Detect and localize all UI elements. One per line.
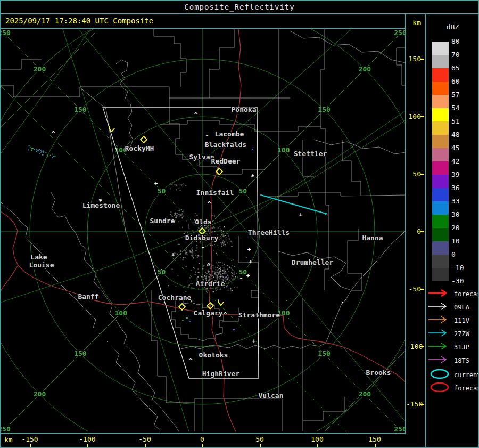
right-axis-tick <box>420 231 424 232</box>
legend-label: 111V <box>454 317 469 324</box>
bottom-axis-label: -50 <box>129 435 161 443</box>
legend-row: current <box>426 368 479 381</box>
colorbar-block <box>432 121 449 135</box>
legend-label: 09EA <box>454 304 469 311</box>
colorbar-value-label: 36 <box>451 184 475 192</box>
ring-distance-label: 200 <box>34 390 46 398</box>
colorbar-value-label: 20 <box>451 224 475 232</box>
radar-map[interactable]: 5050505010010010010015015015015020020020… <box>1 29 405 431</box>
track-ellipse-icon <box>426 368 451 380</box>
colorbar-value-label: 80 <box>451 37 475 45</box>
bottom-axis: km -150-100-50050100150 <box>1 434 406 448</box>
colorbar-block <box>432 95 449 108</box>
cell-plus-marker: + <box>171 251 175 258</box>
right-axis-label: -150 <box>406 400 421 408</box>
colorbar-block <box>432 82 449 95</box>
legend-label: 31JP <box>454 344 469 351</box>
colorbar-block <box>432 148 449 161</box>
right-axis-unit: km <box>412 19 421 27</box>
right-axis-label: 50 <box>406 170 421 178</box>
city-label: Okotoks <box>199 351 228 359</box>
ring-distance-label: 150 <box>318 105 331 113</box>
city-label: Blackfalds <box>205 141 246 149</box>
city-label: ThreeHills <box>248 229 290 237</box>
colorbar-title: dBZ <box>426 23 479 31</box>
colorbar-block <box>432 135 449 148</box>
city-label: Stettler <box>294 150 327 158</box>
right-axis-label: -50 <box>406 285 421 293</box>
radar-application-window: Composite_Reflectivity 2025/09/17 17:28:… <box>0 0 479 448</box>
legend-row: 09EA <box>426 302 479 314</box>
colorbar-value-label: 57 <box>451 91 475 99</box>
cell-asterisk-marker: * <box>251 173 255 181</box>
bottom-axis-tick <box>317 444 318 447</box>
bottom-axis-label: 50 <box>244 435 276 443</box>
city-label: Louise <box>29 261 54 269</box>
colorbar-value-label: 54 <box>451 104 475 112</box>
cell-plus-marker: + <box>249 258 252 265</box>
map-region: 2025/09/17 17:28:40 UTC Composite 505050… <box>1 14 406 434</box>
ring-distance-label: 200 <box>359 65 371 73</box>
track-arrow-icon <box>426 288 451 298</box>
right-axis-label: 100 <box>406 112 421 120</box>
legend-row: forecast <box>426 381 479 394</box>
legend-row: 111V <box>426 315 479 328</box>
legend-label: current <box>454 371 479 379</box>
legend-label: forecast <box>454 290 479 298</box>
ring-distance-label: 150 <box>74 349 87 357</box>
ring-distance-label: 200 <box>34 65 46 73</box>
colorbar-block <box>432 268 449 281</box>
cell-plus-marker: + <box>154 180 158 186</box>
legend-row: 27ZW <box>426 328 479 341</box>
legend-row: 31JP <box>426 341 479 354</box>
colorbar-value-label: 42 <box>451 157 475 165</box>
city-label: Drumheller <box>292 258 333 266</box>
bottom-axis-label: 100 <box>301 435 333 443</box>
colorbar-block <box>432 201 449 215</box>
right-axis-label: 0 <box>406 227 421 235</box>
bottom-axis-tick <box>260 444 261 447</box>
ring-distance-label: 100 <box>115 309 128 317</box>
ring-distance-label: 250 <box>1 29 11 37</box>
colorbar-value-label: -30 <box>451 277 475 285</box>
bottom-axis-tick <box>202 444 203 447</box>
colorbar-value-label: 10 <box>451 237 475 245</box>
cell-plus-marker: + <box>247 246 251 252</box>
cell-plus-marker: + <box>299 211 303 218</box>
ring-distance-label: 200 <box>359 390 371 398</box>
cell-caret-marker: ^ <box>240 276 243 283</box>
city-label: Olds <box>195 218 211 226</box>
colorbar-value-label: 48 <box>451 131 475 139</box>
cell-plus-marker: + <box>252 337 256 344</box>
ring-distance-label: 250 <box>1 425 11 431</box>
colorbar-block <box>432 188 449 201</box>
bottom-axis-tick <box>375 444 376 447</box>
right-axis-tick <box>420 346 424 347</box>
colorbar-block <box>432 255 449 268</box>
ring-distance-label: 50 <box>239 187 247 195</box>
bottom-axis-tick <box>30 444 31 447</box>
colorbar-value-label: 0 <box>451 250 475 258</box>
bottom-axis-label: -100 <box>71 435 103 443</box>
cell-caret-marker: ^ <box>208 200 211 207</box>
colorbar-block <box>432 42 449 55</box>
cell-caret-marker: ^ <box>201 246 205 252</box>
colorbar-value-label: -10 <box>451 264 475 272</box>
cell-caret-marker: ^ <box>194 111 198 118</box>
legend-label: forecast <box>454 385 479 392</box>
ring-distance-label: 250 <box>394 425 405 431</box>
city-label: HighRiver <box>202 370 240 378</box>
city-label: Lake <box>30 253 47 261</box>
right-axis-tick <box>420 59 424 60</box>
right-axis-tick <box>420 116 424 117</box>
timestamp-label: 2025/09/17 17:28:40 UTC Composite <box>1 14 405 29</box>
right-axis: km 150100500-50-100-150 <box>406 14 425 434</box>
legend-row: 18TS <box>426 355 479 368</box>
colorbar-block <box>432 55 449 68</box>
legend-row: forecast <box>426 288 479 301</box>
right-axis-tick <box>420 174 424 175</box>
cell-caret-marker: ^ <box>189 357 193 364</box>
city-label: Cochrane <box>158 294 192 302</box>
bottom-axis-label: -150 <box>14 435 46 443</box>
legend-panel: dBZ 807065605754514845423936333020100-10… <box>425 14 479 448</box>
